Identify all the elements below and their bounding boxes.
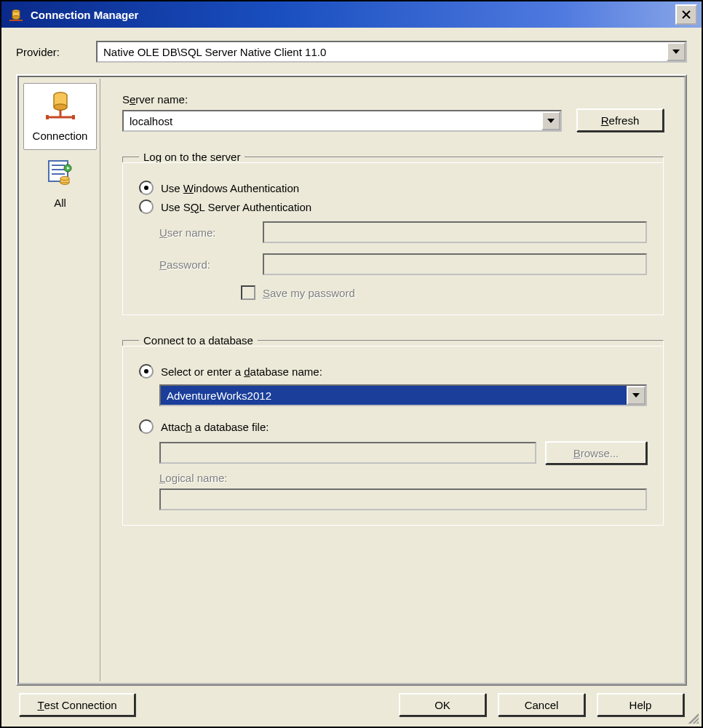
svg-point-7 [54, 104, 67, 110]
svg-rect-11 [72, 115, 75, 119]
chevron-down-icon [672, 50, 680, 54]
svg-point-17 [60, 181, 69, 185]
side-tabs: Connection [20, 79, 100, 681]
bottom-bar: Test Connection OK Cancel Help [16, 693, 687, 719]
svg-point-16 [64, 165, 71, 172]
database-legend: Connect to a database [139, 334, 258, 347]
save-password-check: Save my password [241, 285, 647, 300]
save-password-label: Save my password [263, 287, 355, 299]
server-row: Server name: localhost Refresh [122, 93, 664, 132]
select-database-label: Select or enter a database name: [161, 365, 322, 378]
sql-auth-radio[interactable]: Use SQL Server Authentication [139, 199, 647, 214]
svg-point-2 [12, 16, 20, 20]
connection-icon [43, 88, 78, 125]
user-name-label: User name: [159, 226, 254, 239]
svg-rect-10 [46, 115, 49, 119]
window-title: Connection Manager [31, 9, 675, 21]
test-connection-button[interactable]: Test Connection [19, 693, 135, 716]
logical-name-input [159, 488, 647, 510]
windows-auth-radio[interactable]: Use Windows Authentication [139, 181, 647, 195]
chevron-down-icon [632, 393, 640, 397]
windows-auth-label: Use Windows Authentication [161, 182, 299, 194]
attach-file-input [159, 442, 536, 464]
attach-file-radio[interactable]: Attach a database file: [139, 419, 647, 434]
checkbox-icon [241, 285, 255, 300]
radio-icon [139, 181, 154, 195]
tab-all-label: All [54, 197, 66, 209]
svg-point-19 [60, 177, 69, 181]
select-database-radio[interactable]: Select or enter a database name: [139, 364, 647, 379]
browse-button: Browse... [545, 441, 647, 464]
radio-icon [139, 419, 154, 434]
sql-auth-label: Use SQL Server Authentication [161, 201, 311, 213]
radio-icon [139, 199, 154, 214]
help-button[interactable]: Help [597, 693, 684, 716]
svg-rect-18 [60, 178, 69, 183]
app-icon [7, 6, 25, 23]
provider-label: Provider: [16, 46, 96, 58]
database-name-dropdown[interactable]: AdventureWorks2012 [159, 384, 647, 406]
database-group: Connect to a database Select or enter a … [122, 334, 664, 526]
close-button[interactable] [675, 4, 697, 25]
provider-value: Native OLE DB\SQL Server Native Client 1… [98, 42, 667, 61]
refresh-button[interactable]: Refresh [576, 108, 664, 132]
provider-dropdown[interactable]: Native OLE DB\SQL Server Native Client 1… [96, 41, 687, 63]
provider-row: Provider: Native OLE DB\SQL Server Nativ… [16, 41, 687, 63]
attach-file-label: Attach a database file: [161, 421, 269, 433]
user-name-input [263, 221, 647, 243]
main-frame: Connection [16, 74, 687, 686]
svg-point-4 [9, 20, 11, 21]
cancel-button[interactable]: Cancel [498, 693, 585, 716]
tab-all[interactable]: All [23, 150, 97, 217]
provider-dropdown-button[interactable] [667, 42, 686, 61]
password-label: Password: [159, 258, 254, 271]
all-icon [43, 155, 78, 192]
password-input [263, 253, 647, 275]
svg-point-6 [54, 92, 67, 98]
server-name-value: localhost [124, 111, 541, 130]
logical-name-label: Logical name: [159, 472, 647, 484]
tab-connection-label: Connection [33, 130, 88, 142]
connection-page: Server name: localhost Refresh Log on to… [100, 79, 683, 681]
tab-connection[interactable]: Connection [23, 83, 97, 150]
radio-icon [139, 364, 154, 379]
server-name-dropdown[interactable]: localhost [122, 110, 562, 132]
database-name-value: AdventureWorks2012 [161, 386, 627, 405]
server-name-dropdown-button[interactable] [541, 111, 560, 130]
svg-rect-12 [49, 161, 68, 181]
database-name-dropdown-button[interactable] [627, 386, 646, 405]
logon-legend: Log on to the server [139, 151, 245, 163]
server-name-label: Server name: [122, 93, 188, 106]
svg-point-5 [21, 20, 23, 21]
chevron-down-icon [547, 119, 555, 123]
connection-manager-window: Connection Manager Provider: Native OLE … [0, 0, 703, 728]
titlebar: Connection Manager [1, 1, 702, 28]
client-area: Provider: Native OLE DB\SQL Server Nativ… [1, 28, 702, 727]
resize-grip[interactable] [686, 711, 699, 724]
logon-group: Log on to the server Use Windows Authent… [122, 151, 664, 315]
ok-button[interactable]: OK [399, 693, 486, 716]
